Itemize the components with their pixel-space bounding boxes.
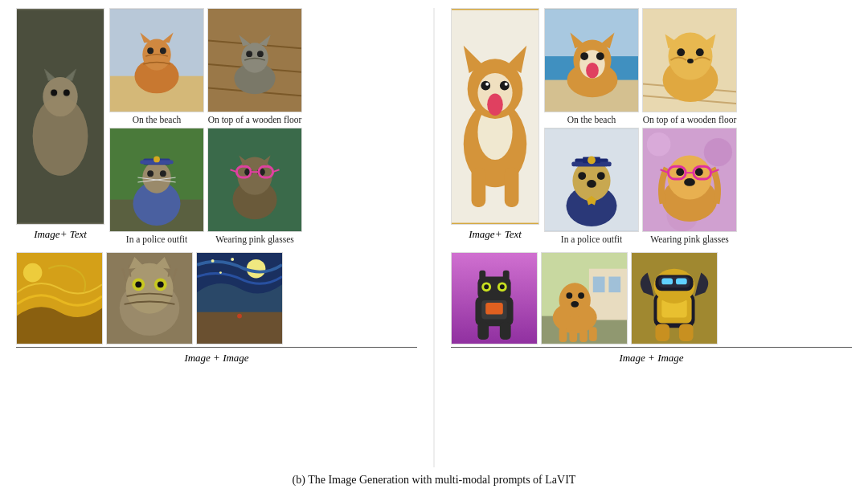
svg-point-111 bbox=[695, 168, 703, 176]
svg-rect-145 bbox=[589, 327, 597, 341]
svg-rect-156 bbox=[679, 324, 694, 341]
svg-point-71 bbox=[485, 83, 489, 86]
cat-police-item: In a police outfit bbox=[109, 128, 204, 244]
svg-point-117 bbox=[684, 178, 695, 186]
dog-floor-image bbox=[642, 8, 737, 112]
cat-beach-image bbox=[109, 8, 204, 112]
dog-robot-source bbox=[451, 252, 538, 344]
dog-floor-item: On top of a wooden floor bbox=[642, 8, 737, 124]
svg-point-72 bbox=[505, 83, 508, 86]
svg-point-63 bbox=[237, 314, 242, 319]
cat-beach-item: On the beach bbox=[109, 8, 204, 124]
svg-rect-75 bbox=[505, 168, 519, 207]
svg-rect-129 bbox=[500, 322, 511, 340]
cat-panel: Image+ Text bbox=[16, 8, 417, 467]
svg-point-14 bbox=[147, 47, 154, 54]
dog-bottom-label: Image + Image bbox=[451, 352, 852, 365]
cat-beach-label: On the beach bbox=[133, 115, 182, 124]
svg-rect-128 bbox=[477, 322, 489, 340]
cat-vangogh-1 bbox=[16, 252, 103, 344]
svg-point-140 bbox=[578, 292, 584, 299]
svg-point-102 bbox=[597, 172, 605, 180]
dog-image-text-section: Image+ Text bbox=[451, 8, 852, 244]
dog-glasses-label: Wearing pink glasses bbox=[650, 234, 728, 244]
svg-point-55 bbox=[135, 281, 141, 287]
svg-point-84 bbox=[586, 63, 599, 79]
dog-police-image bbox=[544, 128, 639, 232]
cat-image-image-section: Image + Image bbox=[16, 252, 417, 365]
svg-point-69 bbox=[481, 81, 490, 91]
dog-panel: Image+ Text bbox=[451, 8, 852, 467]
svg-point-109 bbox=[667, 156, 711, 200]
svg-point-139 bbox=[566, 292, 572, 299]
cat-image-text-section: Image+ Text bbox=[16, 8, 417, 244]
svg-point-60 bbox=[231, 258, 234, 261]
page-caption: (b) The Image Generation with multi-moda… bbox=[293, 474, 576, 487]
svg-rect-154 bbox=[676, 278, 687, 284]
cat-vangogh-2 bbox=[196, 252, 283, 344]
svg-point-138 bbox=[559, 283, 591, 317]
dog-police-label: In a police outfit bbox=[561, 234, 622, 244]
dog-floor-label: On top of a wooden floor bbox=[643, 115, 737, 124]
svg-point-31 bbox=[147, 170, 154, 177]
dog-street-source bbox=[541, 252, 628, 344]
svg-point-52 bbox=[126, 263, 174, 314]
svg-point-15 bbox=[160, 47, 166, 54]
dog-beach-item: On the beach bbox=[544, 8, 639, 124]
svg-point-49 bbox=[23, 263, 43, 283]
dog-police-item: In a police outfit bbox=[544, 128, 639, 244]
svg-point-27 bbox=[142, 161, 170, 193]
cat-bottom-label: Image + Image bbox=[16, 352, 417, 365]
svg-point-101 bbox=[578, 172, 586, 180]
cat-floor-image bbox=[207, 8, 302, 112]
cat-glasses-image bbox=[207, 128, 302, 232]
dog-glasses-item: Wearing pink glasses bbox=[642, 128, 737, 244]
svg-point-82 bbox=[580, 52, 588, 60]
cat-floor-item: On top of a wooden floor bbox=[207, 8, 302, 124]
svg-point-70 bbox=[500, 81, 510, 91]
svg-rect-142 bbox=[559, 328, 567, 342]
svg-point-105 bbox=[647, 132, 670, 156]
dog-armored-result bbox=[631, 252, 718, 344]
svg-rect-135 bbox=[593, 277, 605, 293]
svg-point-22 bbox=[246, 51, 252, 57]
svg-point-23 bbox=[257, 51, 264, 57]
svg-point-59 bbox=[211, 259, 215, 263]
cat-police-image bbox=[109, 128, 204, 232]
cat-results-row-1: On the beach bbox=[109, 8, 302, 124]
dog-glasses-image bbox=[642, 128, 737, 232]
svg-point-100 bbox=[588, 157, 596, 165]
svg-point-7 bbox=[43, 77, 77, 116]
cat-glasses-item: Wearing pink glasses bbox=[207, 128, 302, 244]
dog-source-image bbox=[451, 8, 539, 225]
cat-police-label: In a police outfit bbox=[126, 234, 187, 244]
svg-rect-122 bbox=[485, 303, 503, 315]
svg-point-91 bbox=[696, 48, 704, 56]
svg-point-73 bbox=[487, 94, 503, 116]
svg-point-8 bbox=[51, 90, 57, 96]
cat-tabby-source bbox=[106, 252, 193, 344]
cat-source-container: Image+ Text bbox=[16, 8, 104, 241]
svg-rect-74 bbox=[472, 168, 486, 207]
cat-source-image bbox=[16, 8, 104, 225]
dog-source-container: Image+ Text bbox=[451, 8, 539, 241]
main-layout: Image+ Text bbox=[16, 8, 852, 467]
svg-point-90 bbox=[677, 48, 685, 56]
svg-point-110 bbox=[676, 168, 684, 176]
dog-results-row-2: In a police outfit bbox=[544, 128, 737, 244]
svg-rect-143 bbox=[569, 330, 577, 342]
cat-floor-label: On top of a wooden floor bbox=[208, 115, 302, 124]
svg-point-141 bbox=[571, 301, 579, 308]
cat-results-grid: On the beach bbox=[109, 8, 302, 244]
svg-point-56 bbox=[158, 281, 164, 287]
dog-beach-label: On the beach bbox=[567, 115, 616, 124]
svg-point-92 bbox=[687, 59, 694, 63]
dog-results-row-1: On the beach bbox=[544, 8, 737, 124]
svg-point-83 bbox=[596, 52, 604, 60]
svg-point-61 bbox=[219, 271, 222, 274]
cat-results-row-2: In a police outfit bbox=[109, 128, 302, 244]
cat-glasses-label: Wearing pink glasses bbox=[215, 234, 293, 244]
svg-point-89 bbox=[668, 33, 712, 80]
svg-rect-155 bbox=[655, 324, 669, 341]
cat-bottom-images bbox=[16, 252, 417, 348]
